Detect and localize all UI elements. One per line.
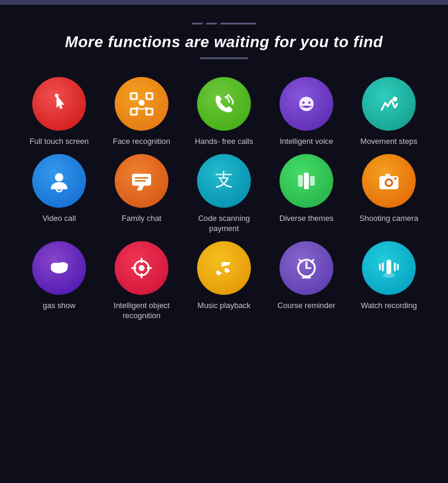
svg-rect-1 (131, 93, 137, 99)
icon-item-shooting-camera[interactable]: Shooting camera (353, 154, 425, 234)
svg-rect-14 (132, 174, 151, 186)
icon-row-2: gas show Intelligent object recognition … (18, 241, 430, 321)
icon-circle-family-chat (115, 154, 168, 208)
icon-circle-video-call (32, 154, 86, 208)
icon-label-family-chat: Family chat (122, 214, 161, 224)
icon-circle-music-playback (197, 241, 251, 295)
icon-item-intelligent-object-recognition[interactable]: Intelligent object recognition (106, 241, 177, 321)
icon-circle-intelligent-object-recognition (115, 241, 168, 295)
icon-label-course-reminder: Course reminder (278, 301, 336, 311)
main-title: More functions are waiting for you to fi… (12, 33, 436, 51)
svg-rect-18 (298, 175, 303, 187)
svg-rect-3 (131, 109, 137, 115)
icon-label-full-touch-screen: Full touch screen (30, 137, 89, 147)
svg-point-5 (139, 100, 145, 106)
icon-item-face-recognition[interactable]: Face recognition (106, 77, 177, 147)
svg-point-10 (392, 97, 397, 101)
icon-circle-watch-recording (362, 241, 416, 295)
svg-point-30 (139, 265, 145, 271)
icon-item-code-scanning-payment[interactable]: 支 Code scanning payment (188, 154, 260, 234)
icon-circle-diverse-themes (280, 154, 333, 208)
icon-item-family-chat[interactable]: Family chat (106, 154, 177, 234)
icon-label-diverse-themes: Diverse themes (280, 214, 333, 224)
icon-row-1: Video call Family chat 支 Code scanning p… (18, 154, 430, 234)
icon-item-full-touch-screen[interactable]: Full touch screen (23, 77, 95, 147)
icon-label-video-call: Video call (42, 214, 76, 224)
top-bar (0, 0, 448, 5)
icon-item-video-call[interactable]: Video call (23, 154, 95, 234)
svg-point-7 (302, 101, 305, 104)
icon-item-hands-free-calls[interactable]: Hands- free calls (188, 77, 260, 147)
icon-circle-course-reminder (280, 241, 333, 295)
svg-point-11 (55, 173, 63, 181)
decoration-line-bottom (200, 57, 248, 59)
icon-circle-hands-free-calls (197, 77, 251, 131)
icon-item-music-playback[interactable]: Music playback (188, 241, 260, 321)
header-section: More functions are waiting for you to fi… (0, 5, 448, 65)
svg-rect-2 (146, 93, 152, 99)
svg-point-8 (308, 101, 311, 104)
svg-text:支: 支 (215, 170, 233, 189)
dec-short-1 (191, 23, 202, 24)
icon-label-gas-show: gas show (43, 301, 76, 311)
dec-long-1 (220, 23, 256, 24)
svg-rect-4 (146, 109, 152, 115)
svg-point-25 (394, 177, 397, 180)
icon-label-intelligent-voice: Intelligent voice (280, 137, 333, 147)
icon-label-movement-steps: Movement steps (360, 137, 417, 147)
svg-point-0 (55, 94, 59, 97)
icon-item-course-reminder[interactable]: Course reminder (271, 241, 342, 321)
icon-item-intelligent-voice[interactable]: Intelligent voice (271, 77, 342, 147)
svg-rect-39 (386, 260, 391, 274)
svg-point-23 (386, 180, 391, 185)
icon-circle-gas-show (32, 241, 86, 295)
icon-label-music-playback: Music playback (198, 301, 251, 311)
icon-circle-movement-steps (362, 77, 416, 131)
svg-point-6 (299, 97, 314, 111)
icon-circle-code-scanning-payment: 支 (197, 154, 251, 208)
icon-label-intelligent-object-recognition: Intelligent object recognition (106, 301, 177, 321)
icon-item-gas-show[interactable]: gas show (23, 241, 95, 321)
icon-circle-intelligent-voice (280, 77, 333, 131)
svg-rect-19 (304, 173, 309, 189)
svg-rect-20 (310, 176, 315, 186)
icon-item-watch-recording[interactable]: Watch recording (353, 241, 425, 321)
icon-circle-full-touch-screen (32, 77, 86, 131)
svg-point-28 (57, 262, 68, 269)
icon-label-face-recognition: Face recognition (113, 137, 170, 147)
dec-short-2 (205, 23, 217, 24)
icon-grid: Full touch screen Face recognition Hands… (0, 65, 448, 328)
icon-label-shooting-camera: Shooting camera (360, 214, 418, 224)
icon-circle-face-recognition (115, 77, 168, 131)
decoration-lines-top (12, 23, 436, 24)
svg-rect-24 (385, 174, 390, 177)
icon-item-movement-steps[interactable]: Movement steps (353, 77, 425, 147)
icon-label-code-scanning-payment: Code scanning payment (188, 214, 260, 234)
icon-label-watch-recording: Watch recording (361, 301, 417, 311)
icon-item-diverse-themes[interactable]: Diverse themes (271, 154, 342, 234)
svg-point-13 (58, 187, 60, 190)
icon-circle-shooting-camera (362, 154, 416, 208)
icon-label-hands-free-calls: Hands- free calls (195, 137, 253, 147)
icon-row-0: Full touch screen Face recognition Hands… (18, 77, 430, 147)
